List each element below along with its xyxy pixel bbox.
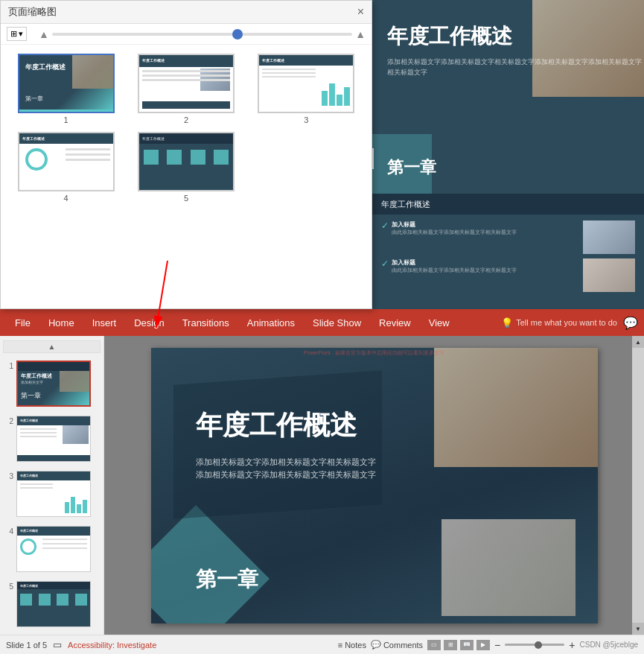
bullet2-desc: 由此添加相关标题文字添加相关标题文字相关标题文字: [392, 267, 517, 274]
preview-main-desc: 添加相关标题文字添加相关标题文字相关标题文字添加相关标题文字添加相关标题文字相关…: [387, 57, 644, 78]
normal-view-icon[interactable]: ▭: [427, 640, 441, 650]
scroll-down-btn[interactable]: ▼: [632, 623, 644, 635]
thumb1-chapter: 第一章: [21, 391, 41, 401]
panel-collapse-button[interactable]: ◀: [372, 148, 374, 169]
slide5-icon3: [191, 150, 205, 165]
thumb2-line1: [20, 428, 57, 430]
notes-button[interactable]: ≡ Notes: [338, 641, 366, 650]
thumbnail-slide-2[interactable]: 年度工作概述: [138, 54, 235, 113]
slide-num-3: 3: [4, 472, 13, 480]
thumbnail-item-4[interactable]: 年度工作概述 4: [10, 132, 122, 203]
tab-animations[interactable]: Animations: [238, 311, 304, 334]
tab-slideshow[interactable]: Slide Show: [304, 311, 370, 334]
ribbon-search-area[interactable]: 💡 Tell me what you want to do: [501, 317, 617, 328]
slide-chapter: 第一章: [196, 565, 258, 594]
preview-section-header: 年度工作概述: [372, 194, 644, 215]
slide-list-item-4[interactable]: 4 年度工作概述: [3, 524, 101, 574]
search-text[interactable]: Tell me what you want to do: [516, 318, 617, 327]
zoom-slider-thumb[interactable]: [535, 641, 542, 649]
slide-sorter-icon[interactable]: ⊞: [444, 640, 457, 650]
thumb5-icon2: [39, 594, 51, 606]
thumbnail-num-3: 3: [304, 115, 308, 124]
thumb4-line1: [42, 539, 87, 540]
thumbnail-slide-3[interactable]: 年度工作概述: [258, 54, 354, 113]
zoom-out-icon[interactable]: ▲: [39, 28, 49, 40]
tab-insert[interactable]: Insert: [83, 311, 126, 334]
thumbnail-item-1[interactable]: 年度工作概述 第一章 1: [10, 54, 122, 124]
slide-num-2: 2: [4, 417, 13, 425]
tab-file[interactable]: File: [6, 311, 39, 334]
thumb2-line3: [20, 436, 57, 437]
bullet2-text-area: 加入标题 由此添加相关标题文字添加相关标题文字相关标题文字: [392, 258, 517, 274]
thumb4-header-text: 年度工作概述: [20, 529, 87, 533]
thumb3-bar2: [71, 497, 75, 513]
slide4-circle: [25, 148, 48, 171]
watermark-text: PowerPoint - 如果在官方版本中启用此功能可以看到更多文字: [304, 349, 444, 357]
grid-icon: ⊞: [10, 29, 17, 39]
accessibility-text: Accessibility: Investigate: [68, 641, 156, 650]
slide-view-icon: ▭: [53, 639, 62, 650]
slide-list-item-2[interactable]: 2 年度工作概述: [3, 414, 101, 463]
zoom-thumb[interactable]: [232, 29, 243, 39]
thumbnail-panel: 页面缩略图 × ⊞ ▾ ▲ ▲ 年度工作概述 第一章 1: [0, 0, 372, 309]
reading-view-icon[interactable]: 📖: [460, 640, 474, 650]
slide-thumbnail-3[interactable]: 年度工作概述: [16, 471, 91, 517]
slide3-line2: [262, 72, 316, 74]
slide-list-item-1[interactable]: 1 年度工作概述 添加相关文字 第一章: [3, 359, 101, 408]
slide5-icons: [139, 150, 233, 165]
lightbulb-icon: 💡: [501, 317, 513, 328]
thumbnail-slide-5[interactable]: 年度工作概述: [138, 132, 235, 191]
thumb2-header-text: 年度工作概述: [20, 419, 87, 422]
thumbnail-grid: 年度工作概述 第一章 1 年度工作概述 2: [1, 45, 372, 212]
bar3: [337, 95, 342, 106]
thumb1-header: [18, 362, 89, 371]
thumb3-line2: [20, 487, 53, 489]
slide2-line3: [142, 79, 230, 81]
slide-thumbnail-2[interactable]: 年度工作概述: [16, 416, 91, 462]
slide2-line2: [142, 74, 230, 77]
slide-list-item-3[interactable]: 3 年度工作概述: [3, 469, 101, 518]
preview-section-title: 年度工作概述: [381, 199, 430, 210]
thumbnail-item-5[interactable]: 年度工作概述 5: [130, 132, 242, 203]
scroll-track[interactable]: [632, 348, 644, 623]
slide2-content: [142, 70, 230, 83]
scroll-up-button[interactable]: ▲: [3, 340, 101, 353]
slideshow-icon[interactable]: ▶: [476, 640, 490, 650]
thumbnail-item-2[interactable]: 年度工作概述 2: [130, 54, 242, 124]
chat-icon[interactable]: 💬: [623, 316, 638, 330]
slide5-icon4: [214, 150, 229, 165]
preview-bullets: ✓ 加入标题 由此添加相关标题文字添加相关标题文字相关标题文字 ✓ 加入标题 由…: [372, 215, 644, 302]
slide1-chapter: 第一章: [25, 95, 43, 103]
tab-review[interactable]: Review: [370, 311, 420, 334]
slide-thumbnail-5[interactable]: 年度工作概述: [16, 581, 91, 627]
slide2-line1: [142, 70, 230, 72]
zoom-track[interactable]: [52, 33, 352, 36]
zoom-slider[interactable]: [505, 644, 564, 646]
comments-button[interactable]: 💬 Comments: [371, 640, 423, 650]
thumbnail-item-3[interactable]: 年度工作概述 3: [250, 54, 363, 124]
close-icon[interactable]: ×: [357, 5, 364, 19]
tab-view[interactable]: View: [420, 311, 459, 334]
tab-transitions[interactable]: Transitions: [173, 311, 238, 334]
tab-home[interactable]: Home: [39, 311, 83, 334]
attribution-text: CSDN @5jceblge: [579, 641, 638, 649]
thumbnail-num-1: 1: [64, 115, 68, 124]
thumb3-bar1: [65, 502, 69, 513]
zoom-plus[interactable]: +: [569, 639, 575, 651]
thumbnail-slide-1[interactable]: 年度工作概述 第一章: [18, 54, 115, 113]
slide4-line1: [66, 148, 110, 150]
zoom-minus[interactable]: −: [494, 639, 500, 651]
slide3-line3: [262, 76, 316, 77]
comments-label: Comments: [383, 641, 423, 650]
scroll-up-btn[interactable]: ▲: [632, 336, 644, 348]
slide-list-item-5[interactable]: 5 年度工作概述: [3, 580, 101, 629]
zoom-in-icon[interactable]: ▲: [355, 28, 366, 40]
slide-thumbnail-4[interactable]: 年度工作概述: [16, 526, 91, 572]
view-toggle-button[interactable]: ⊞ ▾: [7, 27, 27, 41]
slide-edit-area[interactable]: PowerPoint - 如果在官方版本中启用此功能可以看到更多文字 年度工作概…: [104, 336, 644, 635]
thumb2-image: [63, 425, 89, 444]
tab-design[interactable]: Design: [125, 311, 173, 334]
checkmark-icon-1: ✓: [381, 220, 389, 231]
thumbnail-slide-4[interactable]: 年度工作概述: [18, 132, 115, 191]
slide-thumbnail-1[interactable]: 年度工作概述 添加相关文字 第一章: [16, 361, 91, 407]
